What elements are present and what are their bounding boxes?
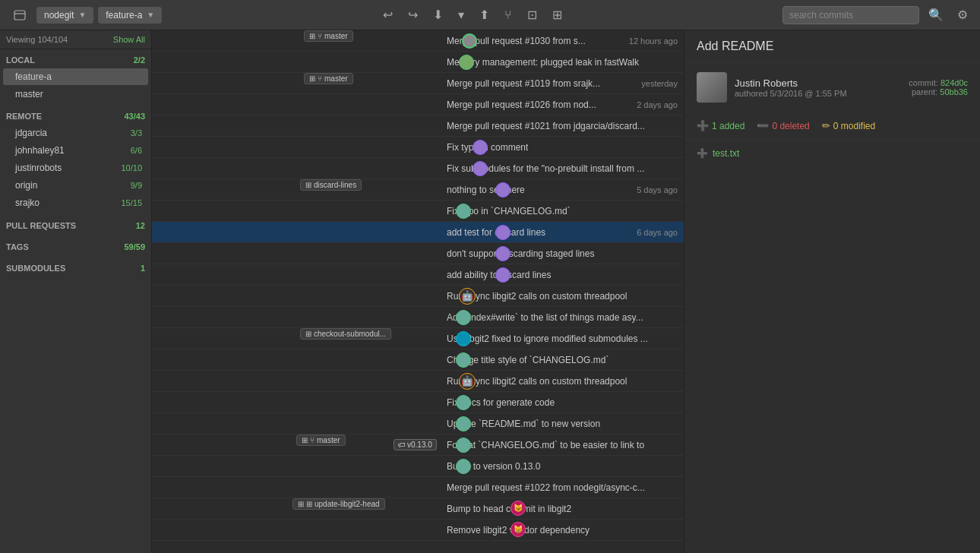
main: Viewing 104/104 Show All LOCAL 2/2 featu… (0, 30, 980, 553)
commit-row[interactable]: Merge pull request #1022 from nodegit/as… (152, 477, 684, 498)
commit-row[interactable]: Bump to version 0.13.0 (152, 456, 684, 477)
fetch-dropdown[interactable]: ▾ (454, 5, 469, 25)
branch-master[interactable]: master (0, 86, 151, 103)
commit-row[interactable]: Add `Index#write` to the list of things … (152, 307, 684, 328)
pull-requests-header[interactable]: PULL REQUESTS 12 (0, 218, 151, 233)
commit-time: 12 hours ago (629, 36, 678, 46)
commit-message: Merge pull request #1019 from srajk... (447, 78, 600, 89)
row-graph (152, 498, 441, 520)
row-graph (152, 115, 441, 137)
local-count: 2/2 (134, 55, 145, 65)
tags-header[interactable]: TAGS 59/59 (0, 239, 151, 254)
local-label: LOCAL (6, 55, 35, 65)
author-date: authored 5/3/2016 @ 1:55 PM (735, 89, 901, 98)
commit-row[interactable]: ⊞ discard-lines nothing to see here (152, 179, 684, 201)
commit-info: Remove libgit2 vendor dependency (441, 525, 684, 536)
remote-justinrobots[interactable]: justinrobots 10/10 (3, 160, 148, 176)
commit-row[interactable]: 😸 Remove libgit2 vendor dependency (152, 520, 684, 541)
commit-row[interactable]: don't support discarding staged lines (152, 243, 684, 264)
row-graph (152, 94, 441, 115)
remote-origin-name: origin (15, 180, 37, 191)
parent-hash-line: parent: 50bb36 (912, 87, 968, 96)
commit-message: Merge pull request #1022 from nodegit/as… (447, 482, 645, 493)
remote-johnhaley81-name: johnhaley81 (15, 145, 65, 156)
avatar (456, 459, 471, 474)
commit-info: Merge pull request #1026 from nod... 2 d… (441, 100, 684, 110)
commit-row[interactable]: Fix docs for generate code (152, 392, 684, 413)
commit-hash-line: commit: 824d0c (909, 78, 968, 87)
row-graph (152, 179, 441, 201)
repo-selector[interactable]: nodegit ▼ (36, 7, 93, 24)
settings-btn[interactable]: ⚙ (953, 5, 972, 25)
commit-row[interactable]: 🤖 Run async libgit2 calls on custom thre… (152, 286, 684, 307)
row-graph (152, 434, 441, 456)
commit-meta: commit: 824d0c parent: 50bb36 (909, 78, 968, 96)
commit-row[interactable]: Merge pull request #1026 from nod... 2 d… (152, 94, 684, 115)
commit-row[interactable]: ⊞ ⊞ update-libgit2-head 😺 (152, 498, 684, 520)
commit-row[interactable]: Fix submodules for the "no-prebuilt inst… (152, 158, 684, 179)
avatar (495, 246, 511, 261)
commit-info: Change title style of `CHANGELOG.md` (441, 355, 684, 365)
remote-justinrobots-count: 10/10 (121, 163, 142, 172)
commit-info: Bump to version 0.13.0 (441, 461, 684, 472)
submodules-header[interactable]: SUBMODULES 1 (0, 261, 151, 276)
push-btn[interactable]: ⬆ (475, 5, 494, 25)
avatar (456, 310, 471, 325)
commit-info: Add `Index#write` to the list of things … (441, 312, 684, 323)
window-toggle-btn[interactable] (8, 7, 32, 24)
remote-johnhaley81-count: 6/6 (131, 146, 142, 155)
row-graph (152, 477, 441, 498)
commit-row[interactable]: ⊞ ⑂ master Merge pull request #1019 from… (152, 73, 684, 94)
avatar (456, 395, 471, 410)
commit-row[interactable]: Fix typo in `CHANGELOG.md` (152, 201, 684, 222)
remote-johnhaley81[interactable]: johnhaley81 6/6 (3, 142, 148, 159)
commit-row[interactable]: 🤖 Run async libgit2 calls on custom thre… (152, 371, 684, 392)
search-btn[interactable]: 🔍 (924, 5, 948, 25)
remote-jdgarcia-count: 3/3 (131, 128, 142, 137)
graph-col: ⊞ ⑂ master (152, 30, 441, 52)
remote-srajko[interactable]: srajko 15/15 (3, 194, 148, 211)
commit-message: Merge pull request #1021 from jdgarcia/d… (447, 121, 645, 131)
commit-message: Format `CHANGELOG.md` to be easier to li… (447, 440, 644, 450)
show-all-btn[interactable]: Show All (113, 35, 145, 44)
commit-message: Change title style of `CHANGELOG.md` (447, 355, 609, 365)
commit-row[interactable]: ⊞ checkout-submodul... Use libgit2 fixed (152, 328, 684, 349)
remote-jdgarcia[interactable]: jdgarcia 3/3 (3, 125, 148, 141)
commit-info: Use libgit2 fixed to ignore modified sub… (441, 333, 684, 344)
commit-row[interactable]: add ability to discard lines (152, 264, 684, 286)
stash-btn[interactable]: ⊡ (523, 5, 542, 25)
remote-srajko-name: srajko (15, 198, 40, 208)
avatar (473, 140, 488, 155)
pull-btn[interactable]: ⊞ (548, 5, 567, 25)
branch-selector[interactable]: feature-a ▼ (98, 7, 162, 24)
commit-row[interactable]: Update `README.md` to new version (152, 413, 684, 434)
local-section: LOCAL 2/2 feature-a master (0, 49, 151, 106)
commit-row[interactable]: ⊞ ⑂ master Me (152, 30, 684, 52)
commit-row[interactable]: Merge pull request #1021 from jdgarcia/d… (152, 115, 684, 137)
stat-deleted: ➖ 0 deleted (757, 120, 809, 131)
remote-count: 43/43 (124, 112, 145, 121)
commit-message: don't support discarding staged lines (447, 248, 594, 259)
commit-time: 2 days ago (637, 100, 678, 109)
commit-time: 5 days ago (637, 185, 678, 194)
avatar (456, 416, 471, 431)
commit-row[interactable]: Change title style of `CHANGELOG.md` (152, 349, 684, 371)
commit-info: Merge pull request #1030 from s... 12 ho… (441, 36, 684, 46)
commit-info: Bump to head commit in libgit2 (441, 504, 684, 514)
repo-name: nodegit (44, 10, 74, 21)
commit-row[interactable]: Memory management: plugged leak in fastW… (152, 52, 684, 73)
search-input[interactable] (782, 6, 919, 24)
redo-btn[interactable]: ↪ (403, 5, 422, 25)
commit-row[interactable]: ⊞ ⑂ master 🏷 v0.13.0 (152, 434, 684, 456)
graph-col: 🤖 (152, 371, 441, 392)
remote-origin[interactable]: origin 9/9 (3, 177, 148, 194)
undo-btn[interactable]: ↩ (378, 5, 397, 25)
branch-feature-a[interactable]: feature-a (3, 68, 148, 85)
pull-requests-section: PULL REQUESTS 12 (0, 215, 151, 236)
graph-col: ⊞ ⊞ update-libgit2-head 😺 (152, 498, 441, 520)
branch-btn[interactable]: ⑂ (500, 5, 517, 25)
fetch-btn[interactable]: ⬇ (428, 5, 447, 25)
commit-row[interactable]: Fix typo in comment (152, 137, 684, 158)
commit-row[interactable]: add test for discard lines 6 days ago (152, 222, 684, 243)
file-item[interactable]: ➕ test.txt (697, 146, 968, 161)
